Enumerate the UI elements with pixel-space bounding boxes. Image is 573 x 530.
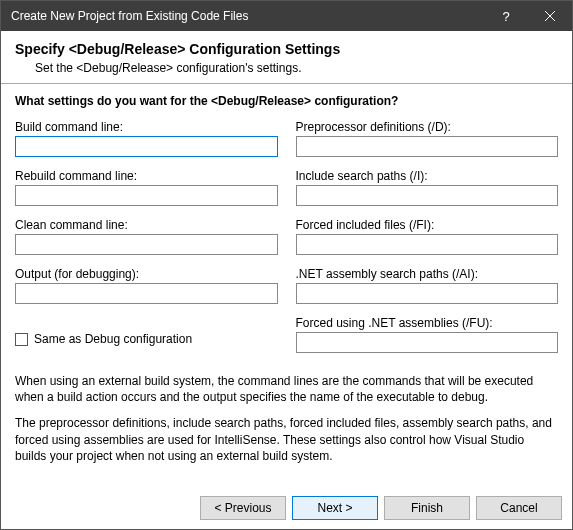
asm-label: .NET assembly search paths (/AI): bbox=[296, 267, 559, 281]
build-label: Build command line: bbox=[15, 120, 278, 134]
asm-input[interactable] bbox=[296, 283, 559, 304]
close-icon bbox=[545, 11, 555, 21]
output-input[interactable] bbox=[15, 283, 278, 304]
include-input[interactable] bbox=[296, 185, 559, 206]
cancel-button[interactable]: Cancel bbox=[476, 496, 562, 520]
same-as-debug-label: Same as Debug configuration bbox=[34, 332, 192, 346]
page-title: Specify <Debug/Release> Configuration Se… bbox=[15, 41, 558, 57]
finish-button[interactable]: Finish bbox=[384, 496, 470, 520]
info-text: When using an external build system, the… bbox=[1, 373, 572, 464]
forcedinc-label: Forced included files (/FI): bbox=[296, 218, 559, 232]
output-label: Output (for debugging): bbox=[15, 267, 278, 281]
titlebar: Create New Project from Existing Code Fi… bbox=[1, 1, 572, 31]
include-label: Include search paths (/I): bbox=[296, 169, 559, 183]
build-input[interactable] bbox=[15, 136, 278, 157]
right-column: Preprocessor definitions (/D): Include s… bbox=[296, 118, 559, 363]
content-area: What settings do you want for the <Debug… bbox=[1, 84, 572, 363]
same-as-debug-row[interactable]: Same as Debug configuration bbox=[15, 332, 278, 346]
preproc-input[interactable] bbox=[296, 136, 559, 157]
page-subtitle: Set the <Debug/Release> configuration's … bbox=[15, 61, 558, 75]
forcedinc-input[interactable] bbox=[296, 234, 559, 255]
question-label: What settings do you want for the <Debug… bbox=[15, 94, 558, 108]
same-as-debug-checkbox[interactable] bbox=[15, 333, 28, 346]
clean-label: Clean command line: bbox=[15, 218, 278, 232]
clean-input[interactable] bbox=[15, 234, 278, 255]
wizard-footer: < Previous Next > Finish Cancel bbox=[1, 488, 572, 530]
rebuild-input[interactable] bbox=[15, 185, 278, 206]
info-paragraph-2: The preprocessor definitions, include se… bbox=[15, 415, 558, 464]
forcedasm-label: Forced using .NET assemblies (/FU): bbox=[296, 316, 559, 330]
next-button[interactable]: Next > bbox=[292, 496, 378, 520]
window-title: Create New Project from Existing Code Fi… bbox=[11, 9, 484, 23]
preproc-label: Preprocessor definitions (/D): bbox=[296, 120, 559, 134]
info-paragraph-1: When using an external build system, the… bbox=[15, 373, 558, 405]
rebuild-label: Rebuild command line: bbox=[15, 169, 278, 183]
close-button[interactable] bbox=[528, 1, 572, 31]
wizard-header: Specify <Debug/Release> Configuration Se… bbox=[1, 31, 572, 83]
help-button[interactable]: ? bbox=[484, 1, 528, 31]
forcedasm-input[interactable] bbox=[296, 332, 559, 353]
previous-button[interactable]: < Previous bbox=[200, 496, 286, 520]
left-column: Build command line: Rebuild command line… bbox=[15, 118, 278, 363]
